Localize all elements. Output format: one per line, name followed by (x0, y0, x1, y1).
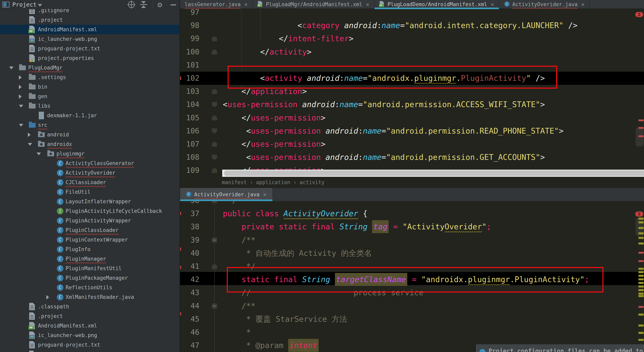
tree-item[interactable]: .classpath (0, 302, 180, 311)
error-stripe-mark[interactable] (638, 285, 644, 287)
project-panel-title[interactable]: Project (12, 0, 36, 9)
error-stripe-mark[interactable] (638, 295, 644, 297)
tree-item[interactable]: PlugLoadMgr (0, 63, 180, 72)
line-number[interactable]: 41 (180, 260, 199, 273)
tree-item[interactable]: CPluginManifestUtil (0, 264, 180, 273)
tree-item[interactable]: .settings (0, 72, 180, 82)
error-stripe-mark[interactable] (638, 324, 644, 326)
hide-icon[interactable] (170, 4, 176, 5)
line-number[interactable]: 44 (180, 299, 199, 313)
tree-item[interactable]: CPluginActivityWrapper (0, 216, 180, 225)
fold-marker-icon[interactable] (212, 168, 217, 173)
tree-item[interactable]: gen (0, 92, 180, 101)
tree-item[interactable]: MFAndroidManifest.xml (0, 321, 180, 330)
breadcrumb-path[interactable]: manifest › application › activity (180, 180, 324, 185)
line-number[interactable]: 100 (180, 45, 199, 59)
code-line-105[interactable]: </uses-permission> (223, 111, 326, 124)
chevron-down-icon[interactable] (19, 105, 23, 107)
editor-tab[interactable]: MFPlugLoadDemo/AndroidManifest.xml× (374, 0, 499, 9)
error-stripe-mark[interactable] (638, 119, 644, 121)
chevron-right-icon[interactable] (19, 94, 22, 99)
horizontal-scrollbar-thumb[interactable] (224, 170, 644, 176)
code-line-45[interactable]: * 覆盖 StarService 方法 (223, 313, 347, 326)
tree-item[interactable]: CCJClassLoader (0, 178, 180, 187)
tree-item[interactable]: pluginmgr (0, 149, 180, 158)
fold-marker-icon[interactable] (212, 155, 217, 160)
code-line-46[interactable]: * (223, 326, 251, 339)
tree-item[interactable]: .project (0, 15, 180, 25)
code-line-108[interactable]: <uses-permission android:name="android.p… (223, 151, 545, 164)
tree-item[interactable]: src (0, 120, 180, 130)
error-stripe-mark[interactable] (638, 232, 644, 234)
tree-item[interactable]: CReflectionUtils (0, 283, 180, 292)
chevron-right-icon[interactable] (28, 133, 30, 137)
fold-marker-icon[interactable] (212, 238, 217, 243)
chevron-down-icon[interactable] (19, 124, 23, 127)
error-stripe-mark[interactable] (638, 127, 644, 129)
fold-marker-icon[interactable] (212, 115, 217, 120)
chevron-down-icon[interactable] (28, 143, 32, 146)
tree-item[interactable]: CPluginClassLoader (0, 225, 180, 235)
tree-item[interactable]: CPluginContextWrapper (0, 235, 180, 245)
error-stripe-mark[interactable] (638, 339, 644, 341)
chevron-right-icon[interactable] (46, 295, 49, 299)
horizontal-scrollbar-track[interactable] (222, 170, 644, 177)
error-stripe-mark[interactable] (638, 221, 644, 223)
code-line-38[interactable]: private static final String tag = "Activ… (223, 220, 491, 233)
line-number[interactable]: 103 (180, 85, 199, 98)
tree-item[interactable]: ic_launcher-web.png (0, 34, 180, 44)
chevron-down-icon[interactable] (38, 4, 42, 7)
line-number[interactable]: 38 (180, 220, 199, 233)
code-line-39[interactable]: /** (223, 234, 256, 247)
editor-tab[interactable]: MFPlugLoadMgr/AndroidManifest.xml× (253, 0, 374, 9)
fold-marker-icon[interactable] (212, 102, 217, 107)
code-line-100[interactable]: </activity> (223, 45, 312, 59)
code-line-107[interactable]: </uses-permission> (223, 138, 326, 151)
line-number[interactable]: 107 (180, 138, 199, 151)
fold-marker-icon[interactable] (212, 36, 217, 41)
tree-item[interactable]: project.properties (0, 349, 180, 352)
collapse-all-icon[interactable] (140, 1, 147, 8)
close-icon[interactable]: × (581, 1, 584, 8)
code-line-44[interactable]: /** (223, 299, 256, 313)
tree-item[interactable]: bin (0, 82, 180, 92)
chevron-down-icon[interactable] (36, 152, 41, 155)
tree-item[interactable]: CPluginManager (0, 254, 180, 264)
fold-marker-icon[interactable] (212, 89, 217, 94)
error-stripe-mark[interactable] (638, 243, 644, 245)
tree-item[interactable]: proguard-project.txt (0, 44, 180, 53)
tree-item[interactable]: androidx (0, 139, 180, 149)
line-number[interactable]: 106 (180, 124, 199, 138)
close-icon[interactable]: × (263, 191, 266, 198)
tree-item[interactable]: dexmaker-1.1.jar (0, 111, 180, 120)
chevron-right-icon[interactable] (19, 75, 22, 80)
fold-marker-icon[interactable] (212, 141, 217, 147)
tree-item[interactable]: CActivityOverider (0, 168, 180, 178)
line-number[interactable]: 102 (180, 72, 199, 85)
panel-divider[interactable] (180, 0, 180, 352)
tree-item[interactable]: ic_launcher-web.png (0, 330, 180, 340)
code-line-104[interactable]: <uses-permission android:name="android.p… (223, 98, 545, 111)
tree-item[interactable]: proguard-project.txt (0, 340, 180, 349)
error-stripe-mark[interactable] (638, 260, 644, 262)
error-stripe-mark[interactable] (638, 332, 644, 334)
error-stripe-mark[interactable] (638, 218, 644, 220)
error-stripe-mark[interactable] (638, 271, 644, 273)
line-number[interactable]: 42 (180, 273, 199, 286)
line-number[interactable]: 46 (180, 326, 199, 339)
close-icon[interactable]: × (244, 1, 248, 8)
line-number[interactable]: 104 (180, 98, 199, 111)
code-line-106[interactable]: <uses-permission android:name="android.p… (223, 124, 564, 138)
error-stripe-mark[interactable] (638, 227, 644, 229)
error-stripe-mark[interactable] (638, 289, 644, 291)
code-line-47[interactable]: * @param intent (223, 339, 318, 352)
fold-marker-icon[interactable] (212, 303, 217, 309)
close-icon[interactable]: × (491, 1, 494, 8)
locate-icon[interactable] (128, 1, 135, 8)
error-indicator-icon[interactable] (635, 12, 643, 17)
settings-icon[interactable]: ⚙ (158, 1, 164, 8)
error-stripe-mark[interactable] (638, 237, 644, 239)
editor-tab[interactable]: lassGenerator.java× (180, 0, 253, 9)
error-stripe-mark[interactable] (638, 282, 644, 284)
editor-tab[interactable]: CActivityOverider.java× (499, 0, 590, 9)
